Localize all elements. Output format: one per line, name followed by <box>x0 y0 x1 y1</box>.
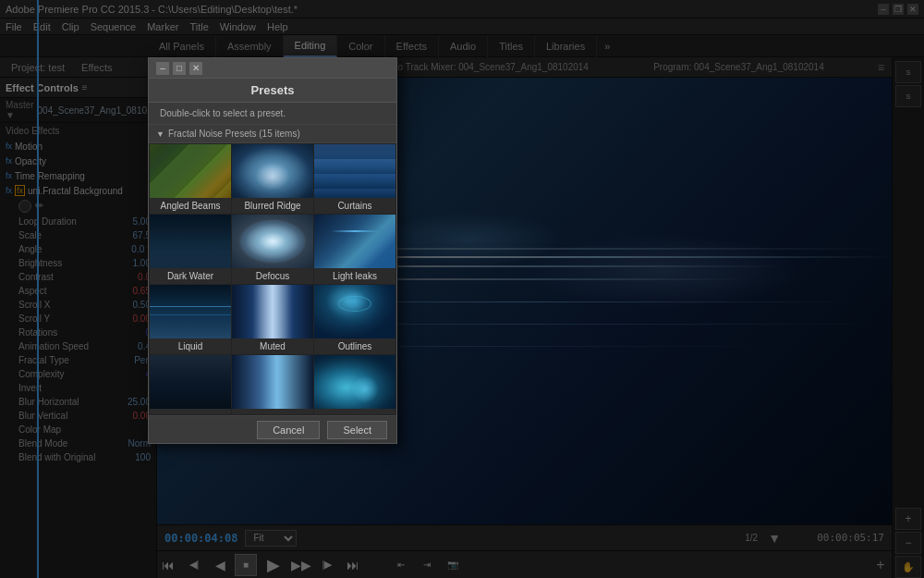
preset-label: Curtains <box>314 198 395 214</box>
modal-minimize-btn[interactable]: – <box>156 62 169 75</box>
select-button[interactable]: Select <box>327 421 387 439</box>
preset-label: Muted <box>232 338 313 354</box>
preset-label <box>232 409 313 414</box>
preset-liquid[interactable]: Liquid <box>150 285 231 354</box>
preset-curtains[interactable]: Curtains <box>314 144 395 214</box>
preset-label <box>314 409 395 414</box>
preset-thumb <box>232 285 313 338</box>
modal-heading-text: Presets <box>251 83 295 97</box>
preset-thumb <box>314 285 395 338</box>
preset-angled-beams[interactable]: Angled Beams <box>150 144 231 214</box>
preset-label: Blurred Ridge <box>232 198 313 214</box>
category-arrow: ▼ <box>156 129 164 139</box>
preset-thumb <box>232 144 313 198</box>
preset-label: Liquid <box>150 338 231 354</box>
preset-label: Angled Beams <box>150 198 231 214</box>
preset-thumb <box>150 215 231 268</box>
preset-thumb <box>314 215 395 268</box>
preset-thumb <box>150 285 231 338</box>
preset-label: Light leaks <box>314 268 395 284</box>
preset-outlines[interactable]: Outlines <box>314 285 395 354</box>
modal-restore-btn[interactable]: □ <box>173 62 186 75</box>
modal-subtext: Double-click to select a preset. <box>149 103 396 125</box>
modal-footer: Cancel Select <box>149 415 396 443</box>
preset-thumb <box>314 355 395 409</box>
preset-thumb <box>314 144 395 198</box>
modal-titlebar: – □ ✕ <box>149 58 396 79</box>
modal-overlay: – □ ✕ Presets Double-click to select a p… <box>0 0 924 578</box>
cancel-button[interactable]: Cancel <box>257 421 320 439</box>
preset-row4c[interactable] <box>314 355 395 414</box>
preset-defocus[interactable]: Defocus <box>232 215 313 284</box>
preset-thumb <box>232 215 313 268</box>
modal-close-btn[interactable]: ✕ <box>189 62 202 75</box>
category-label: Fractal Noise Presets (15 items) <box>168 129 300 139</box>
preset-thumb <box>150 355 231 409</box>
preset-light-leaks[interactable]: Light leaks <box>314 215 395 284</box>
preset-row4b[interactable] <box>232 355 313 414</box>
preset-thumb <box>150 144 231 198</box>
preset-label: Outlines <box>314 338 395 354</box>
preset-thumb <box>232 355 313 409</box>
preset-muted[interactable]: Muted <box>232 285 313 354</box>
modal-controls: – □ ✕ <box>156 62 202 75</box>
preset-blurred-ridge[interactable]: Blurred Ridge <box>232 144 313 214</box>
preset-row4a[interactable] <box>150 355 231 414</box>
preset-label <box>150 409 231 414</box>
modal-category[interactable]: ▼ Fractal Noise Presets (15 items) <box>149 125 396 143</box>
preset-dark-water[interactable]: Dark Water <box>150 215 231 284</box>
preset-chooser-modal: – □ ✕ Presets Double-click to select a p… <box>148 57 397 444</box>
preset-label: Dark Water <box>150 268 231 284</box>
preset-grid: Angled Beams Blurred Ridge Curtains D <box>149 143 396 415</box>
modal-heading: Presets <box>149 79 396 103</box>
preset-label: Defocus <box>232 268 313 284</box>
